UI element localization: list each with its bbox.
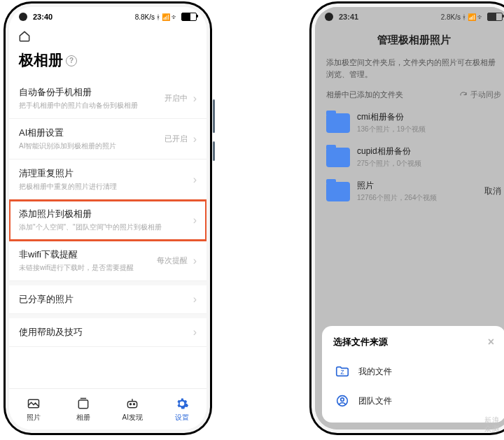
wifi-icon: ᯤ bbox=[477, 13, 484, 21]
chevron-right-icon: › bbox=[193, 173, 197, 186]
section-label: 相册中已添加的文件夹 bbox=[326, 90, 403, 100]
chevron-right-icon: › bbox=[193, 255, 197, 267]
home-icon[interactable] bbox=[18, 29, 31, 43]
svg-text:Z: Z bbox=[340, 369, 344, 376]
settings-row[interactable]: 使用帮助及技巧› bbox=[9, 318, 206, 347]
camera-cutout bbox=[325, 13, 333, 21]
refresh-icon bbox=[459, 91, 468, 99]
svg-point-4 bbox=[134, 403, 135, 404]
cancel-button[interactable]: 取消 bbox=[484, 185, 501, 197]
camera-cutout bbox=[19, 13, 27, 21]
watermark: 新浪众测 bbox=[484, 416, 500, 433]
screen-left: 23:40 8.8K/s ᚼ 📶 ᯤ 极相册? 自动备份手机相册把手机相册中的照… bbox=[9, 7, 206, 430]
tab-label: 相册 bbox=[76, 413, 90, 423]
status-time: 23:41 bbox=[339, 13, 358, 21]
file-icon: Z bbox=[335, 364, 350, 379]
tab-photos[interactable]: 照片 bbox=[9, 389, 59, 430]
folder-name: cupid相册备份 bbox=[357, 146, 501, 157]
status-net: 2.8K/s bbox=[441, 13, 461, 21]
tab-label: AI发现 bbox=[122, 413, 143, 423]
settings-row[interactable]: 自动备份手机相册把手机相册中的照片自动备份到极相册开启中› bbox=[9, 78, 206, 119]
tab-albums[interactable]: 相册 bbox=[59, 389, 108, 430]
robot-icon bbox=[125, 397, 139, 411]
photo-icon bbox=[27, 397, 41, 411]
tab-label: 照片 bbox=[27, 413, 41, 423]
row-title: 使用帮助及技巧 bbox=[19, 326, 188, 339]
phone-right: 23:41 2.8K/s ᚼ 📶 ᯤ 管理极相册照片 添加极空间文件夹后，文件夹… bbox=[309, 1, 504, 435]
tab-label: 设置 bbox=[175, 413, 189, 423]
sheet-item-label: 我的文件 bbox=[358, 366, 392, 378]
page-title: 极相册? bbox=[9, 50, 206, 78]
row-subtitle: 把手机相册中的照片自动备份到极相册 bbox=[19, 101, 159, 111]
row-subtitle: 添加"个人空间"、"团队空间"中的照片到极相册 bbox=[19, 222, 188, 232]
row-title: 添加照片到极相册 bbox=[19, 208, 188, 220]
settings-list: 自动备份手机相册把手机相册中的照片自动备份到极相册开启中›AI相册设置AI智能识… bbox=[9, 78, 206, 347]
svg-point-3 bbox=[130, 403, 132, 404]
row-meta: 每次提醒 bbox=[157, 255, 188, 266]
svg-rect-2 bbox=[128, 401, 137, 407]
help-icon[interactable]: ? bbox=[66, 55, 77, 66]
folder-list: cmi相册备份136个照片，19个视频cupid相册备份275个照片，0个视频照… bbox=[315, 106, 504, 208]
row-subtitle: 未链接wifi进行下载时，是否需要提醒 bbox=[19, 263, 151, 273]
folder-name: cmi相册备份 bbox=[357, 111, 501, 123]
bluetooth-icon: ᚼ bbox=[156, 13, 160, 21]
folder-row[interactable]: cmi相册备份136个照片，19个视频 bbox=[315, 106, 504, 140]
row-meta: 已开启 bbox=[164, 134, 188, 144]
tab-bar: 照片 相册 AI发现 设置 bbox=[9, 388, 206, 430]
folder-meta: 275个照片，0个视频 bbox=[357, 159, 501, 169]
sync-button[interactable]: 手动同步 bbox=[459, 90, 501, 100]
sheet-item-myfiles[interactable]: Z 我的文件 bbox=[333, 357, 494, 386]
album-icon bbox=[76, 397, 90, 411]
battery-icon bbox=[181, 13, 197, 21]
folder-meta: 136个照片，19个视频 bbox=[357, 125, 501, 134]
bottom-sheet: 选择文件来源 × Z 我的文件 团队文件 bbox=[322, 326, 504, 423]
sheet-item-label: 团队文件 bbox=[358, 395, 392, 407]
svg-rect-1 bbox=[78, 400, 88, 409]
settings-row[interactable]: 非wifi下载提醒未链接wifi进行下载时，是否需要提醒每次提醒› bbox=[9, 241, 206, 281]
close-icon[interactable]: × bbox=[488, 336, 494, 348]
signal-icon: 📶 bbox=[162, 13, 170, 21]
chevron-right-icon: › bbox=[193, 133, 197, 146]
tab-ai[interactable]: AI发现 bbox=[108, 389, 158, 430]
folder-meta: 12766个照片，264个视频 bbox=[357, 193, 477, 203]
chevron-right-icon: › bbox=[193, 92, 197, 105]
row-subtitle: AI智能识别添加到极相册的照片 bbox=[19, 141, 159, 151]
status-bar: 23:40 8.8K/s ᚼ 📶 ᯤ bbox=[9, 7, 206, 25]
folder-icon bbox=[326, 113, 350, 133]
chevron-right-icon: › bbox=[193, 214, 197, 227]
row-title: 清理重复照片 bbox=[19, 167, 188, 180]
signal-icon: 📶 bbox=[468, 13, 476, 21]
settings-row[interactable]: 清理重复照片把极相册中重复的照片进行清理› bbox=[9, 159, 206, 200]
folder-icon bbox=[326, 148, 350, 167]
row-subtitle: 把极相册中重复的照片进行清理 bbox=[19, 182, 188, 192]
status-net: 8.8K/s bbox=[135, 13, 155, 21]
page-description: 添加极空间文件夹后，文件夹内的照片可在极相册浏览、管理。 bbox=[315, 54, 504, 87]
row-meta: 开启中 bbox=[164, 93, 188, 104]
folder-icon bbox=[326, 182, 350, 201]
status-time: 23:40 bbox=[33, 13, 52, 21]
row-title: 非wifi下载提醒 bbox=[19, 248, 151, 261]
tab-settings[interactable]: 设置 bbox=[158, 389, 207, 430]
folder-row[interactable]: 照片12766个照片，264个视频取消 bbox=[315, 174, 504, 208]
sheet-item-teamfiles[interactable]: 团队文件 bbox=[333, 386, 494, 416]
settings-row[interactable]: AI相册设置AI智能识别添加到极相册的照片已开启› bbox=[9, 119, 206, 159]
row-title: AI相册设置 bbox=[19, 127, 159, 139]
svg-point-7 bbox=[341, 398, 344, 402]
gear-icon bbox=[175, 397, 189, 411]
folder-name: 照片 bbox=[357, 180, 477, 192]
sheet-title: 选择文件来源 bbox=[333, 336, 388, 348]
screen-right: 23:41 2.8K/s ᚼ 📶 ᯤ 管理极相册照片 添加极空间文件夹后，文件夹… bbox=[315, 7, 504, 430]
folder-row[interactable]: cupid相册备份275个照片，0个视频 bbox=[315, 140, 504, 174]
page-title: 管理极相册照片 bbox=[315, 31, 504, 54]
settings-row[interactable]: 添加照片到极相册添加"个人空间"、"团队空间"中的照片到极相册› bbox=[9, 200, 206, 241]
battery-icon bbox=[487, 13, 503, 21]
chevron-right-icon: › bbox=[193, 293, 197, 306]
side-button bbox=[213, 99, 215, 133]
section-header: 相册中已添加的文件夹 手动同步 bbox=[315, 87, 504, 106]
row-title: 已分享的照片 bbox=[19, 293, 188, 306]
wifi-icon: ᯤ bbox=[172, 13, 178, 21]
settings-row[interactable]: 已分享的照片› bbox=[9, 285, 206, 314]
side-button bbox=[213, 141, 215, 161]
chevron-right-icon: › bbox=[193, 326, 197, 339]
team-icon bbox=[335, 393, 350, 409]
